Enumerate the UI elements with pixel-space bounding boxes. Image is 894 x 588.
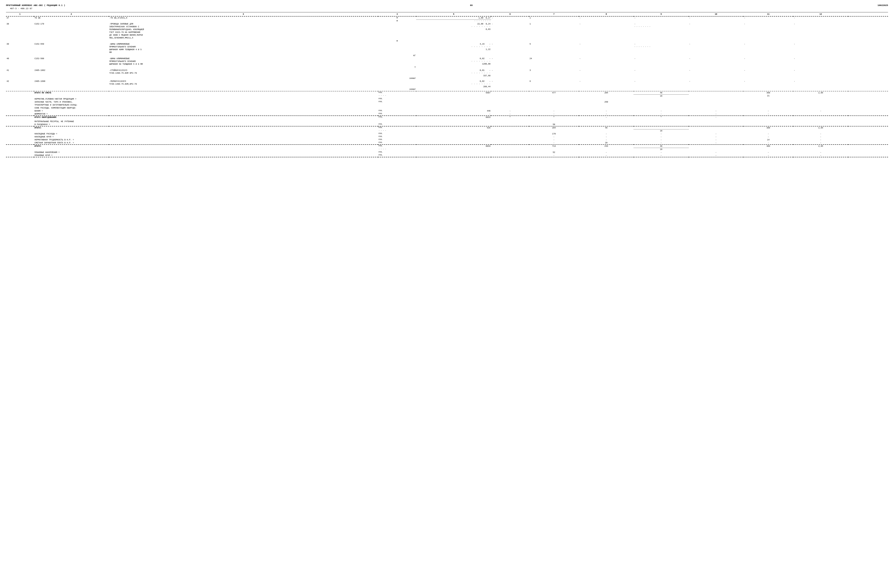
row-unit-bot: М [378, 20, 416, 23]
planovie-nuch-col7: - [529, 154, 579, 157]
itogo3-col11: 403 [743, 145, 793, 148]
itogo-smete-col5: 5587 [416, 91, 491, 95]
itogo2-col5: 535 [416, 127, 491, 130]
col11-header: 11 [743, 12, 793, 16]
row-col7: 5 [529, 42, 579, 54]
v-rascenkah-unit: РУБ. [378, 123, 416, 126]
vania-unit: РУБ. [378, 110, 416, 113]
itogo2-unit: РУБ. [378, 127, 416, 130]
normat-trud-col12: - [793, 139, 848, 142]
row-name: -ПОЛКИ=К1163У3ТУ36-1496-75.И3М,НР2-79 [109, 80, 378, 88]
itogo-oborud-col6: " [491, 116, 529, 119]
row-num: 37 [6, 16, 34, 20]
normat-trud-col10: - [689, 139, 743, 142]
table-row: 38 С152-179 -ПРОВОДА СИЛОВЫЕ ДЛЯЭЛЕКТРИЧ… [6, 23, 888, 40]
normat-trud-col11: 14 [743, 139, 793, 142]
nakladnie-nuch-col8: - [579, 136, 634, 139]
itogo2-label: ИТОГО: [34, 127, 378, 130]
itogo-oborud-row: ИТОГО ОБОРУДОВАНИЯ: РУБ, 6033 " " - " · [6, 116, 888, 119]
planovie-nakop-col11: - [743, 151, 793, 154]
vania-col6: - [491, 110, 529, 113]
row-num: 41 [6, 69, 34, 77]
shefmont-col9: · [634, 113, 689, 116]
row-col8: - [579, 69, 634, 77]
row-qty: 0,02 -- - - - - - - -289,44 [416, 80, 491, 88]
vania-col10: - [689, 110, 743, 113]
v-rascenkah-row: В РАСЦЕНКАХ = РУБ. 58 [6, 123, 888, 126]
row-col12: - [793, 57, 848, 66]
row-name: -ПРОВОДА СИЛОВЫЕ ДЛЯЭЛЕКТРИЧЕСКИХ УСТАНО… [109, 23, 378, 40]
nakladnie-nuch-col11: - [743, 136, 793, 139]
program-title: ПРОГРАММНЫЙ КОМПЛЕКС АВС-ЗЕС ( РЕДАКЦИЯ … [6, 4, 65, 7]
row-col8: - [579, 80, 634, 88]
itogo-smete-col9: 46 [634, 91, 689, 95]
itogo2-col11: 389 [743, 127, 793, 130]
row-num: 38 [6, 23, 34, 40]
unit-kg: КГ [378, 54, 416, 57]
planovie-nakop-col9: - [634, 151, 689, 154]
itogo3-unit: РУБ. [378, 145, 416, 148]
material-row: МАТЕРИАЛЬНЫЕ РЕСУРСЫ, НЕ УЧТЕННЫЕ [6, 120, 888, 123]
normat-trud-unit: РУБ. [378, 139, 416, 142]
itogo3-col5: 6033 [416, 145, 491, 148]
row-col13 [848, 57, 888, 66]
nakladnie-col8: - [579, 133, 634, 136]
unit-m: М [378, 40, 416, 42]
itogo3-label: ИТОГО: [34, 145, 378, 148]
unit-1000st: 1000ШТ [378, 77, 416, 80]
zapas-row: ЗАПАСНЫЕ ЧАСТИ, ТАРА И УПАКОВКА, РУБ. 25… [6, 101, 888, 104]
normativ-row: НОРМАТИВ.УСЛОВНО-ЧИСТАЯ ПРОДУКЦИЯ = РУБ. [6, 98, 888, 101]
row-col7: 1 [529, 16, 579, 20]
row-code-blank [34, 20, 109, 23]
row-col12: - [793, 69, 848, 77]
planovie-nuch-unit: РУБ. [378, 154, 416, 157]
planovie-nakop-label: ПЛАНОВЫЕ НАКОПЛЕНИЯ = [34, 151, 378, 154]
itogo2-col9-2: 16 [634, 130, 689, 133]
row-unit: М [378, 16, 416, 20]
shefmont-col8: - [579, 113, 634, 116]
planovie-nuch-col12: - [793, 154, 848, 157]
page-header: ПРОГРАММНЫЙ КОМПЛЕКС АВС-ЗЕС ( РЕДАКЦИЯ … [6, 4, 888, 7]
itogo-smete-unit: РУБ. [378, 91, 416, 95]
col9-header: 9 [634, 12, 689, 16]
row-name: -ШИНЫ АЛЮМИНИЕВЫЕПРЯМОУГОЛЬНОГО СЕЧЕНИЯШ… [109, 42, 378, 54]
row-col9: - [634, 57, 689, 66]
itogo2-col9 [634, 127, 689, 130]
itogo2-sub: - - - - 16 [6, 130, 888, 133]
nakladnie-nuch-col9: - [634, 136, 689, 139]
itogo-smete-col8: 204 [579, 91, 634, 95]
itogo-smete-row: ИТОГО ПО СМЕТЕ РУБ. 5587 477 204 46 368 … [6, 91, 888, 95]
separator-final [6, 157, 888, 158]
row-code: С152-179 [34, 23, 109, 40]
col7-header: 7 [529, 12, 579, 16]
v-rascenkah-col7: 58 [529, 123, 579, 126]
row-col7: 6 [529, 80, 579, 88]
smetnaya-zp-unit: РУБ. [378, 142, 416, 145]
planovie-nuch-col9: - [634, 154, 689, 157]
normativ-label: НОРМАТИВ.УСЛОВНО-ЧИСТАЯ ПРОДУКЦИЯ = [34, 98, 378, 101]
page-number: 69 [470, 4, 473, 7]
row-qty: 0,02 -- - - - - - - -1200,00 [416, 57, 491, 66]
row-col7: 24 [529, 57, 579, 66]
nakladnie-col10: - [689, 133, 743, 136]
itogo3-col7: 713 [529, 145, 579, 148]
nakladnie-nuch-row: НАКЛАДНЫЕ НУЧП = РУБ. - - - - - - [6, 136, 888, 139]
planovie-nakop-row: ПЛАНОВЫЕ НАКОПЛЕНИЯ = РУБ. 52 - - - - - [6, 151, 888, 154]
smetnaya-zp-col12: - [793, 142, 848, 145]
smetnaya-zp-col10: - [689, 142, 743, 145]
row-num: 39 [6, 42, 34, 54]
shefmont-col7: - [529, 113, 579, 116]
col3-header: 3 [109, 12, 378, 16]
row-name: -СТОЙКИ=К1151У3ТУ36-1496-75.И3М НР2-79 [109, 69, 378, 77]
col12-header: 12 [793, 12, 848, 16]
itogo3-col9-2: 16 [634, 148, 689, 151]
row-col8: - [579, 57, 634, 66]
row-col11: - [743, 23, 793, 40]
row-unit [378, 69, 416, 77]
col2-header: 2 [34, 12, 109, 16]
row-col12: - [793, 80, 848, 88]
row-num: 40 [6, 57, 34, 66]
planovie-nuch-row: ПЛАНОВЫЕ НУЧП = РУБ. - - - - - - [6, 154, 888, 157]
nakladnie-row: НАКЛАДНЫЕ РАСХОДЫ = РУБ. 178 - - - - - [6, 133, 888, 136]
itogo3-col9: 46 [634, 145, 689, 148]
